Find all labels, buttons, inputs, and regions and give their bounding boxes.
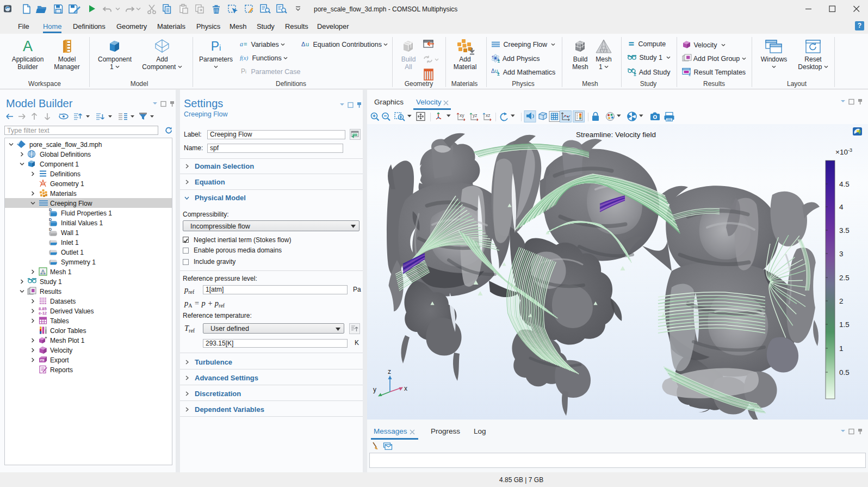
svg-text:4.5: 4.5: [839, 180, 850, 188]
svg-text:D: D: [49, 208, 52, 212]
svg-text:Δ: Δ: [491, 68, 495, 74]
svg-text:a: a: [240, 40, 243, 48]
svg-text:D: D: [49, 218, 52, 221]
svg-text:yz: yz: [473, 113, 478, 118]
svg-text:z: z: [388, 368, 391, 375]
svg-text:xz: xz: [486, 113, 491, 118]
svg-text:2.5: 2.5: [839, 274, 850, 282]
svg-text:y: y: [373, 386, 376, 393]
svg-text:1.5: 1.5: [839, 320, 850, 329]
svg-text:f(x): f(x): [240, 54, 249, 61]
svg-text:4: 4: [839, 203, 844, 211]
svg-text:D: D: [49, 228, 52, 231]
svg-text:1: 1: [839, 344, 844, 353]
svg-text:2: 2: [839, 297, 844, 305]
svg-text:=: =: [244, 41, 247, 47]
svg-text:0.5: 0.5: [839, 368, 850, 377]
svg-text:3.5: 3.5: [839, 226, 850, 235]
svg-text:xy: xy: [460, 113, 464, 118]
svg-text:e-12: e-12: [39, 311, 47, 316]
svg-text:u: u: [306, 41, 309, 47]
svg-text:Pi: Pi: [241, 67, 246, 75]
svg-text:3: 3: [839, 250, 844, 258]
svg-text:Streamline: Velocity field: Streamline: Velocity field: [576, 131, 656, 139]
svg-text:Δ: Δ: [301, 41, 306, 47]
svg-text:x: x: [404, 385, 407, 392]
